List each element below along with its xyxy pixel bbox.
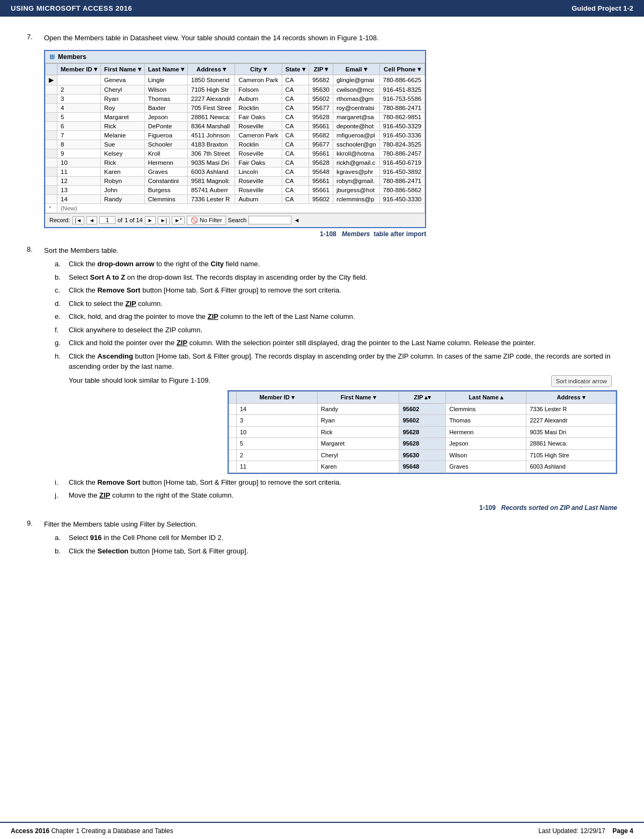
- cell-first-name: Melanie: [101, 130, 145, 140]
- step-8c-letter: c.: [55, 285, 65, 296]
- step-8-substeps: a. Click the drop-down arrow to the righ…: [55, 259, 617, 501]
- cell-city: Cameron Park: [235, 130, 282, 140]
- cell-first-name: Sue: [101, 140, 145, 149]
- cell-zip: 95677: [309, 103, 333, 112]
- cell-phone: 780-886-5862: [379, 185, 425, 194]
- cell-first-name: Roy: [101, 103, 145, 112]
- step-8h-col-text: Your table should look similar to Figure…: [69, 375, 219, 386]
- table-row: 11 Karen Graves 6003 Ashland Lincoln CA …: [46, 167, 425, 176]
- step-9b: b. Click the Selection button [Home tab,…: [55, 546, 248, 557]
- cell-last-name: Graves: [144, 167, 187, 176]
- cell-email: rthomas@gm: [333, 94, 379, 103]
- cell-member-id: 4: [57, 103, 101, 112]
- table-row: 2 Cheryl Wilson 7105 High Str Folsom CA …: [46, 85, 425, 94]
- table-icon: ⊞: [49, 53, 55, 61]
- cell-city: Fair Oaks: [235, 158, 282, 167]
- step-9-substeps: a. Select 916 in the Cell Phone cell for…: [55, 532, 248, 556]
- row-selector: [46, 130, 57, 140]
- cell-zip: 95682: [309, 75, 333, 85]
- cell-email: kgraves@phr: [333, 167, 379, 176]
- nav-new[interactable]: ►*: [172, 216, 185, 224]
- step-8e-letter: e.: [55, 311, 65, 322]
- cell-zip: 95630: [309, 85, 333, 94]
- cell-city: Cameron Park: [235, 75, 282, 85]
- cell-email: sschooler@gn: [333, 140, 379, 149]
- sort-cell-selector: [229, 426, 237, 438]
- sort-cell-selector: [229, 438, 237, 450]
- cell-last-name: Baxter: [144, 103, 187, 112]
- step-9b-letter: b.: [55, 546, 65, 557]
- cell-email: rickh@gmail.c: [333, 158, 379, 167]
- th-zip: ZIP ▾: [309, 63, 333, 75]
- cell-last-name: Constantini: [144, 176, 187, 185]
- figure-1-108: ⊞ Members Member ID ▾ First Name ▾ Last …: [44, 50, 426, 238]
- cell-city: Roseville: [235, 185, 282, 194]
- cell-last-name: Jepson: [144, 112, 187, 121]
- record-total: 1 of 14: [125, 217, 143, 223]
- step-8-number: 8.: [27, 245, 40, 512]
- step-8f-letter: f.: [55, 325, 65, 335]
- cell-phone: 780-886-2471: [379, 103, 425, 112]
- th-member-id: Member ID ▾: [57, 63, 101, 75]
- footer-chapter: Chapter 1 Creating a Database and Tables: [51, 827, 173, 835]
- footer-page-label: Page: [612, 827, 628, 835]
- sort-cell-selector: [229, 449, 237, 461]
- step-8h: h. Click the Ascending button [Home tab,…: [55, 351, 617, 474]
- nav-last[interactable]: ►|: [158, 216, 170, 224]
- step-7-text: Open the Members table in Datasheet view…: [44, 34, 379, 42]
- sort-cell-selector: [229, 415, 237, 427]
- sort-cell-last: Clemmins: [446, 403, 526, 415]
- cell-last-name: Hermenn: [144, 158, 187, 167]
- scroll-indicator: ◄: [294, 217, 299, 223]
- cell-phone: 916-450-6719: [379, 158, 425, 167]
- cell-state: CA: [282, 112, 309, 121]
- sort-cell-selector: [229, 461, 237, 473]
- sort-cell-first: Cheryl: [318, 449, 399, 461]
- no-filter-button[interactable]: 🚫 No Filter: [187, 216, 226, 225]
- cell-first-name: Karen: [101, 167, 145, 176]
- sort-table-wrapper: Member ID ▾ First Name ▾ ZIP ▴▾ Last Nam…: [228, 390, 617, 474]
- cell-first-name: Kelsey: [101, 149, 145, 158]
- sort-cell-first: Randy: [318, 403, 399, 415]
- cell-last-name: Burgess: [144, 185, 187, 194]
- cell-last-name: Wilson: [144, 85, 187, 94]
- cell-first-name: Margaret: [101, 112, 145, 121]
- step-8b-text: Select Sort A to Z on the drop-down list…: [69, 272, 368, 283]
- cell-member-id: 13: [57, 185, 101, 194]
- fig-suffix: table after import: [374, 230, 426, 238]
- cell-zip: 95602: [309, 94, 333, 103]
- cell-city: Auburn: [235, 94, 282, 103]
- search-input[interactable]: [248, 216, 291, 224]
- members-table: Member ID ▾ First Name ▾ Last Name ▾ Add…: [45, 63, 425, 213]
- table-row: 9 Kelsey Kroll 306 7th Street Roseville …: [46, 149, 425, 158]
- cell-email: mfigueroa@pl: [333, 130, 379, 140]
- cell-city: Roseville: [235, 121, 282, 130]
- cell-state: CA: [282, 121, 309, 130]
- sort-cell-zip: 95628: [399, 426, 446, 438]
- page-content: 7. Open the Members table in Datasheet v…: [0, 17, 644, 577]
- sort-cell-address: 28861 Newca:: [526, 438, 616, 450]
- step-9a-letter: a.: [55, 532, 65, 543]
- cell-state: CA: [282, 75, 309, 85]
- cell-email: robyn@gmail.: [333, 176, 379, 185]
- cell-email: jburgess@hot: [333, 185, 379, 194]
- table-row: 12 Robyn Constantini 9581 Magnoli: Rosev…: [46, 176, 425, 185]
- table-new-row: * (New): [46, 203, 425, 213]
- cell-state: CA: [282, 103, 309, 112]
- nav-prev[interactable]: ◄: [86, 216, 97, 224]
- step-8h-additional: Your table should look similar to Figure…: [69, 375, 219, 386]
- step-7-number: 7.: [27, 33, 40, 238]
- nav-next[interactable]: ►: [145, 216, 156, 224]
- cell-state: CA: [282, 158, 309, 167]
- step-8i-letter: i.: [55, 477, 65, 488]
- cell-state: CA: [282, 194, 309, 203]
- step-8g-letter: g.: [55, 338, 65, 348]
- cell-city: Fair Oaks: [235, 112, 282, 121]
- header-title-right: Guided Project 1-2: [572, 4, 633, 12]
- record-current[interactable]: [99, 216, 115, 224]
- cell-email: glingle@gmai: [333, 75, 379, 85]
- cell-address: 9035 Masi Dri: [188, 158, 235, 167]
- sort-cell-address: 2227 Alexandr: [526, 415, 616, 427]
- table-row: 3 Ryan Thomas 2227 Alexandr Auburn CA 95…: [46, 94, 425, 103]
- nav-first[interactable]: |◄: [72, 216, 85, 224]
